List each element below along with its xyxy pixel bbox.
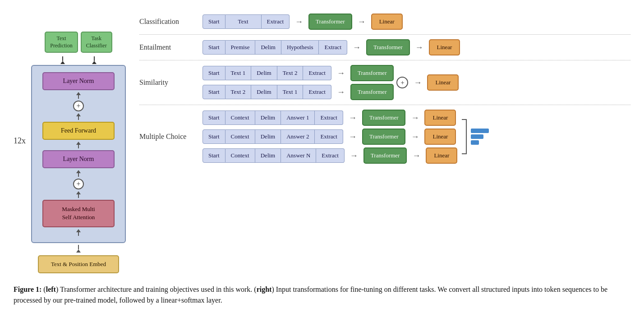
transformer-sim-2: Transformer [350, 84, 394, 100]
task-content-entailment: Start Premise Delim Hypothesis Extract →… [202, 39, 630, 55]
left-panel: 12x TextPrediction TaskClassifier [14, 9, 126, 273]
token-extract-mc3: Extract [316, 148, 345, 163]
transformer-architecture-box: Layer Norm + Feed Forward [31, 65, 126, 243]
transformer-mc-2: Transformer [362, 129, 406, 145]
token-delim-s1: Delim [251, 66, 277, 80]
token-seq-sim-2: Start Text 2 Delim Text 1 Extract [202, 85, 331, 99]
token-text1-s2: Text 1 [277, 85, 304, 99]
figure-caption: Figure 1: (left) Transformer architectur… [14, 284, 630, 306]
main-container: 12x TextPrediction TaskClassifier [14, 9, 630, 306]
token-delim-mc2: Delim [255, 129, 281, 144]
token-answer1-mc1: Answer 1 [281, 110, 315, 125]
task-row-entailment: Entailment Start Premise Delim Hypothesi… [139, 35, 630, 60]
task-classifier-box: TaskClassifier [81, 32, 112, 53]
token-text2-s2: Text 2 [225, 85, 252, 99]
task-content-mc: Start Context Delim Answer 1 Extract → T… [202, 110, 630, 164]
text-prediction-box: TextPrediction [45, 32, 78, 53]
plus-circle-2: + [73, 179, 84, 189]
task-row-mc: Multiple Choice Start Context Delim Answ… [139, 105, 630, 168]
transformer-classification: Transformer [308, 14, 352, 30]
linear-mc-1: Linear [424, 110, 456, 126]
token-extract-mc2: Extract [315, 129, 343, 144]
token-delim-s2: Delim [251, 85, 277, 99]
feed-forward-box: Feed Forward [42, 122, 115, 140]
linear-similarity: Linear [427, 74, 459, 91]
task-row-similarity: Similarity Start Text 1 Delim Text 2 [139, 60, 630, 105]
task-label-classification: Classification [139, 18, 198, 26]
arrow-right-s3: → [414, 78, 422, 87]
softmax-bars [471, 129, 489, 145]
task-row-classification: Classification Start Text Extract → Tran… [139, 9, 630, 35]
plus-circle-1: + [73, 101, 84, 111]
transformer-mc-3: Transformer [363, 147, 407, 164]
token-hypothesis: Hypothesis [281, 40, 319, 55]
linear-entailment: Linear [429, 39, 460, 55]
token-start-s1: Start [202, 66, 225, 80]
masked-attn-box: Masked MultiSelf Attention [42, 200, 115, 227]
token-premise: Premise [225, 40, 256, 55]
arrow-right-mc1: → [349, 113, 357, 123]
token-answer2-mc2: Answer 2 [281, 129, 315, 144]
arrow-right-mc3b: → [412, 151, 420, 161]
token-delim-e: Delim [255, 40, 281, 55]
diagram-area: 12x TextPrediction TaskClassifier [14, 9, 630, 273]
token-extract-e: Extract [319, 40, 347, 55]
bar-3 [471, 140, 479, 145]
figure-num: Figure 1: [14, 285, 41, 293]
arrow-right-2: → [358, 17, 366, 27]
bar-2 [471, 134, 483, 139]
token-seq-classification: Start Text Extract [202, 14, 290, 29]
caption-left: (left) Transformer architecture and trai… [14, 285, 607, 304]
arrow-right-1: → [295, 17, 303, 27]
right-panel: Classification Start Text Extract → Tran… [139, 9, 630, 168]
arrow-right-mc1b: → [411, 113, 419, 123]
token-answern-mc3: Answer N [281, 148, 316, 163]
token-text1-s1: Text 1 [225, 66, 252, 80]
repeat-label: 12x [14, 136, 26, 146]
token-start-mc1: Start [202, 110, 225, 125]
linear-classification: Linear [371, 14, 403, 30]
token-seq-sim-1: Start Text 1 Delim Text 2 Extract [202, 66, 331, 80]
task-label-similarity: Similarity [139, 78, 198, 87]
arrow-right-e1: → [353, 43, 361, 52]
token-text2-s1: Text 2 [277, 66, 304, 80]
token-delim-mc1: Delim [255, 110, 281, 125]
arrow-right-mc2b: → [411, 132, 419, 142]
arrow-right-mc3: → [350, 151, 358, 161]
token-seq-entailment: Start Premise Delim Hypothesis Extract [202, 40, 347, 55]
task-content-classification: Start Text Extract → Transformer → Linea… [202, 14, 630, 30]
transformer-sim-1: Transformer [350, 65, 394, 81]
layer-norm-2-box: Layer Norm [42, 150, 115, 168]
linear-mc-3: Linear [426, 147, 457, 164]
arrow-right-s2: → [337, 87, 345, 97]
layer-norm-1-box: Layer Norm [42, 72, 115, 90]
token-context-mc1: Context [225, 110, 255, 125]
token-seq-mc-1: Start Context Delim Answer 1 Extract [202, 110, 343, 125]
token-start-mc2: Start [202, 129, 225, 144]
token-start-mc3: Start [202, 148, 225, 163]
token-context-mc3: Context [225, 148, 255, 163]
transformer-mc-1: Transformer [362, 110, 406, 126]
task-label-mc: Multiple Choice [139, 133, 198, 141]
embed-box: Text & Position Embed [38, 255, 119, 273]
token-extract-mc1: Extract [315, 110, 343, 125]
token-start-s2: Start [202, 85, 225, 99]
token-extract: Extract [262, 14, 290, 29]
transformer-entailment: Transformer [366, 39, 410, 55]
task-content-similarity: Start Text 1 Delim Text 2 Extract → Tran… [202, 65, 630, 100]
token-start-e: Start [202, 40, 225, 55]
token-extract-s1: Extract [303, 66, 331, 80]
right-bracket-mc [460, 119, 467, 155]
token-delim-mc3: Delim [255, 148, 281, 163]
linear-mc-2: Linear [424, 129, 456, 145]
token-text: Text [225, 14, 262, 29]
token-seq-mc-3: Start Context Delim Answer N Extract [202, 148, 345, 163]
token-context-mc2: Context [225, 129, 255, 144]
token-start: Start [202, 14, 225, 29]
token-seq-mc-2: Start Context Delim Answer 2 Extract [202, 129, 343, 144]
plus-circle-similarity: + [396, 77, 408, 88]
task-label-entailment: Entailment [139, 43, 198, 51]
arrow-right-mc2: → [349, 132, 357, 142]
arrow-right-s1: → [337, 69, 345, 78]
arrow-right-e2: → [415, 43, 423, 52]
